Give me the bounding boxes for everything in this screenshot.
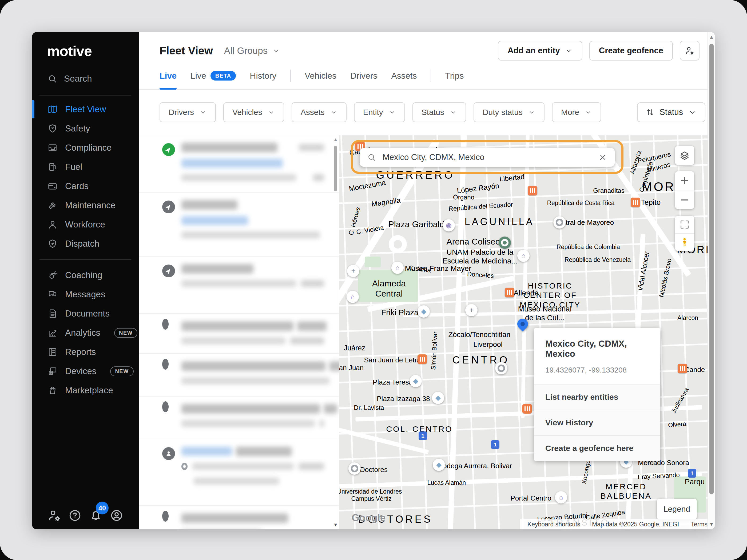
sort-button[interactable]: Status	[637, 102, 705, 122]
sidebar-item[interactable]: Analytics NEW	[32, 323, 139, 342]
tab[interactable]: Assets	[391, 62, 417, 89]
map-poi-marker[interactable]: ⌂	[555, 491, 567, 504]
zoom-in-button[interactable]: +	[675, 171, 694, 190]
sidebar-item[interactable]: Devices NEW	[32, 362, 139, 381]
map-poi-marker[interactable]	[522, 404, 532, 414]
map-poi-marker[interactable]	[678, 364, 687, 373]
tab[interactable]: Live BETA	[190, 62, 236, 89]
map-layers-button[interactable]	[675, 146, 694, 165]
list-item[interactable]	[139, 192, 339, 257]
map-poi-marker[interactable]: ◆	[432, 392, 444, 404]
map-poi-marker[interactable]: ◆	[417, 305, 430, 318]
map-poi-marker[interactable]	[499, 237, 511, 249]
sidebar-item[interactable]: Marketplace	[32, 381, 139, 400]
map-poi-marker[interactable]	[553, 216, 566, 229]
clear-search-icon[interactable]	[598, 153, 607, 162]
sidebar-item-label: Dispatch	[65, 239, 99, 249]
scroll-down-arrow[interactable]: ▼	[708, 521, 715, 527]
scroll-down-arrow[interactable]: ▼	[333, 522, 338, 528]
sidebar-item[interactable]: Documents	[32, 304, 139, 323]
popup-action[interactable]: View History	[534, 409, 660, 435]
terms-link[interactable]: Terms	[691, 521, 707, 528]
tab[interactable]: Live	[159, 62, 177, 89]
map-poi-marker[interactable]	[528, 186, 537, 195]
tab[interactable]: Drivers	[350, 62, 377, 89]
map-poi-marker[interactable]: 1	[688, 469, 696, 478]
main-scroll-thumb[interactable]	[710, 44, 714, 495]
map-poi-marker[interactable]	[417, 354, 427, 364]
sidebar-item-label: Fleet View	[65, 104, 106, 114]
fullscreen-button[interactable]	[675, 216, 694, 234]
list-item[interactable]	[139, 135, 339, 192]
list-item[interactable]	[139, 439, 339, 506]
map-poi-marker[interactable]: ◆	[433, 459, 445, 471]
scroll-up-arrow[interactable]: ▲	[333, 137, 338, 142]
map-poi-marker[interactable]: 1	[419, 431, 427, 440]
sidebar-item[interactable]: Maintenance	[32, 196, 139, 215]
popup-action[interactable]: Create a geofence here	[534, 435, 660, 461]
map-poi-marker[interactable]: +	[347, 265, 359, 277]
filter-dropdown[interactable]: Duty status	[473, 102, 544, 122]
admin-settings-button[interactable]	[47, 509, 61, 523]
map-poi-marker[interactable]: +	[465, 304, 478, 316]
tab[interactable]: History	[250, 62, 276, 89]
scroll-up-arrow[interactable]: ▲	[708, 34, 715, 40]
filter-dropdown[interactable]: More	[552, 102, 601, 122]
sidebar-item[interactable]: Fleet View	[32, 100, 139, 119]
filter-dropdown[interactable]: Vehicles	[223, 102, 284, 122]
zoom-out-button[interactable]: −	[675, 190, 694, 209]
tab[interactable]: Trips	[445, 62, 464, 89]
map-poi-marker[interactable]	[505, 288, 514, 297]
sidebar-item[interactable]: Coaching	[32, 266, 139, 285]
keyboard-shortcuts-link[interactable]: Keyboard shortcuts	[527, 521, 580, 528]
filter-dropdown[interactable]: Entity	[354, 102, 405, 122]
list-item[interactable]	[139, 314, 339, 354]
filter-dropdown[interactable]: Assets	[291, 102, 346, 122]
main-scrollbar[interactable]: ▲ ▼	[707, 32, 715, 529]
map-poi-marker[interactable]	[631, 197, 640, 207]
fullscreen-icon	[679, 219, 690, 230]
map-poi-marker[interactable]	[495, 362, 508, 374]
redacted-row	[181, 264, 324, 274]
help-button[interactable]	[68, 509, 82, 523]
add-entity-button[interactable]: Add an entity	[498, 41, 582, 60]
map-poi-marker[interactable]: ◉	[443, 219, 455, 232]
list-item[interactable]	[139, 257, 339, 314]
streetview-pegman-button[interactable]	[675, 234, 694, 251]
list-item[interactable]	[139, 397, 339, 439]
list-scroll-thumb[interactable]	[334, 146, 337, 191]
sidebar-item[interactable]: Safety	[32, 119, 139, 138]
sidebar-item[interactable]: Fuel	[32, 157, 139, 177]
map-poi-marker[interactable]: ⌂	[391, 262, 404, 274]
filter-dropdown[interactable]: Status	[412, 102, 466, 122]
map-search-input[interactable]	[382, 152, 592, 162]
map-poi-marker[interactable]: ⌂	[517, 249, 530, 262]
create-geofence-button[interactable]: Create geofence	[589, 41, 673, 60]
sidebar-item[interactable]: Reports	[32, 342, 139, 362]
legend-button[interactable]: Legend	[657, 499, 697, 519]
popup-action[interactable]: List nearby entities	[534, 384, 660, 409]
map-poi-marker[interactable]: ◆	[410, 375, 422, 387]
group-selector[interactable]: All Groups	[224, 45, 280, 56]
page-title: Fleet View	[159, 45, 213, 57]
list-item[interactable]	[139, 506, 339, 529]
sidebar-item[interactable]: Dispatch	[32, 234, 139, 253]
filter-dropdown[interactable]: Drivers	[159, 102, 216, 122]
sidebar-item[interactable]: Cards	[32, 177, 139, 196]
map-canvas[interactable]: GUERREROLAGUNILLAMOREMOREHISTORIC CENTER…	[339, 135, 715, 529]
user-settings-button[interactable]	[680, 41, 699, 60]
list-scrollbar[interactable]: ▲ ▼	[333, 137, 338, 528]
sidebar-item[interactable]: Workforce	[32, 215, 139, 234]
map-poi-marker[interactable]: ⌂	[346, 291, 359, 303]
sidebar-search[interactable]: Search	[32, 59, 139, 84]
notifications-button[interactable]: 40	[89, 509, 103, 523]
tab[interactable]: Vehicles	[305, 62, 336, 89]
map-poi-marker[interactable]: 1	[491, 440, 499, 449]
list-item[interactable]	[139, 354, 339, 397]
profile-button[interactable]	[110, 509, 124, 523]
sidebar-item[interactable]: Messages	[32, 285, 139, 304]
map-search-box[interactable]	[360, 148, 615, 167]
sidebar-item[interactable]: Compliance	[32, 138, 139, 157]
redacted-row	[181, 174, 324, 181]
map-poi-marker[interactable]	[349, 462, 361, 475]
